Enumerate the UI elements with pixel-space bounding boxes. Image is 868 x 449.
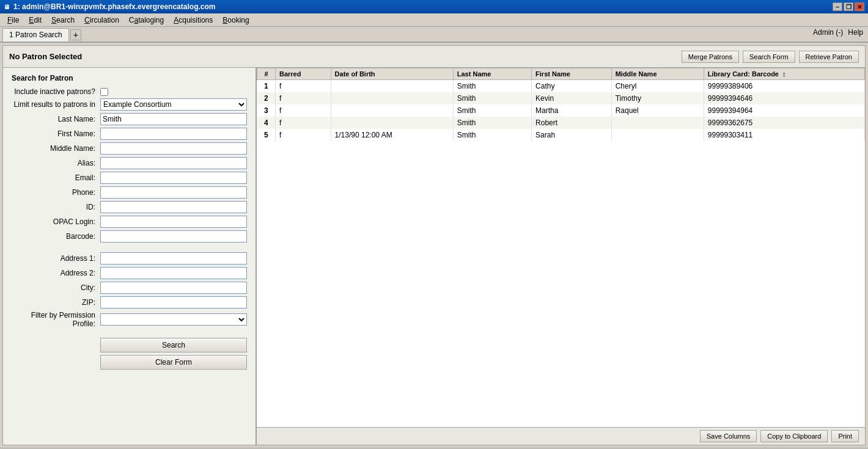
search-form-button[interactable]: Search Form	[743, 51, 795, 63]
form-buttons: Search Clear Form	[12, 338, 247, 370]
app-icon: 🖥	[4, 4, 10, 10]
last-name-input[interactable]	[100, 113, 247, 125]
city-label: City:	[12, 283, 100, 292]
opac-login-row: OPAC Login:	[12, 216, 247, 228]
results-footer: Save Columns Copy to Clipboard Print	[257, 427, 865, 445]
address2-input[interactable]	[100, 267, 247, 279]
city-input[interactable]	[100, 282, 247, 294]
retrieve-patron-button[interactable]: Retrieve Patron	[799, 51, 859, 63]
title-bar: 🖥 1: admin@BR1-winxpvmfx.phasefx.evergre…	[0, 0, 868, 13]
table-row[interactable]: 2fSmithKevinTimothy99999394646	[257, 92, 865, 104]
content-area: Search for Patron Include inactive patro…	[3, 68, 865, 445]
table-row[interactable]: 3fSmithMarthaRaquel99999394964	[257, 104, 865, 117]
col-barcode: Library Card: Barcode ↕	[704, 68, 864, 80]
restore-button[interactable]: ❐	[844, 2, 853, 11]
print-button[interactable]: Print	[831, 430, 859, 442]
include-inactive-row: Include inactive patrons?	[12, 87, 247, 96]
col-middle-name: Middle Name	[611, 68, 704, 80]
limit-results-row: Limit results to patrons in Example Cons…	[12, 98, 247, 111]
barcode-label: Barcode:	[12, 232, 100, 241]
tab-left: 1 Patron Search +	[2, 28, 81, 42]
col-dob: Date of Birth	[331, 68, 453, 80]
title-bar-controls: – ❐ ✕	[833, 2, 864, 11]
col-last-name: Last Name	[453, 68, 531, 80]
address2-label: Address 2:	[12, 269, 100, 277]
address1-input[interactable]	[100, 252, 247, 265]
clear-form-button[interactable]: Clear Form	[100, 355, 247, 370]
title-bar-left: 🖥 1: admin@BR1-winxpvmfx.phasefx.evergre…	[4, 2, 215, 11]
merge-patrons-button[interactable]: Merge Patrons	[682, 51, 739, 63]
admin-bar: Admin (-) Help	[808, 27, 868, 38]
search-panel: Search for Patron Include inactive patro…	[3, 68, 257, 445]
tab-patron-search[interactable]: 1 Patron Search	[2, 28, 69, 42]
opac-login-label: OPAC Login:	[12, 217, 100, 226]
menu-search[interactable]: Search	[46, 15, 79, 26]
address2-row: Address 2:	[12, 267, 247, 279]
results-panel: # Barred Date of Birth Last Name First N…	[257, 68, 865, 445]
zip-label: ZIP:	[12, 298, 100, 307]
first-name-label: First Name:	[12, 130, 100, 138]
menu-bar: File Edit Search Circulation Cataloging …	[0, 13, 868, 27]
phone-label: Phone:	[12, 188, 100, 197]
zip-input[interactable]	[100, 296, 247, 308]
email-row: Email:	[12, 172, 247, 184]
opac-login-input[interactable]	[100, 216, 247, 228]
close-button[interactable]: ✕	[855, 2, 864, 11]
menu-acquisitions[interactable]: Acquisitions	[169, 15, 218, 26]
menu-file[interactable]: File	[2, 15, 24, 26]
barcode-row: Barcode:	[12, 230, 247, 243]
address1-row: Address 1:	[12, 252, 247, 265]
id-input[interactable]	[100, 201, 247, 213]
copy-clipboard-button[interactable]: Copy to Clipboard	[760, 430, 828, 442]
consortium-select[interactable]: Example Consortium	[100, 98, 247, 111]
zip-row: ZIP:	[12, 296, 247, 308]
filter-profile-select[interactable]	[100, 313, 247, 326]
middle-name-label: Middle Name:	[12, 144, 100, 153]
id-label: ID:	[12, 203, 100, 211]
admin-link[interactable]: Admin (-)	[813, 28, 843, 37]
middle-name-row: Middle Name:	[12, 142, 247, 155]
search-panel-title: Search for Patron	[12, 74, 247, 82]
phone-row: Phone:	[12, 186, 247, 199]
menu-cataloging[interactable]: Cataloging	[124, 15, 169, 26]
phone-input[interactable]	[100, 186, 247, 199]
search-button[interactable]: Search	[100, 338, 247, 352]
main-content: No Patron Selected Merge Patrons Search …	[2, 45, 866, 445]
table-row[interactable]: 4fSmithRobert99999362675	[257, 117, 865, 129]
alias-input[interactable]	[100, 157, 247, 169]
id-row: ID:	[12, 201, 247, 213]
email-input[interactable]	[100, 172, 247, 184]
menu-booking[interactable]: Booking	[218, 15, 254, 26]
save-columns-button[interactable]: Save Columns	[700, 430, 757, 442]
header-bar: No Patron Selected Merge Patrons Search …	[3, 46, 865, 68]
header-buttons: Merge Patrons Search Form Retrieve Patro…	[682, 51, 859, 63]
table-row[interactable]: 5f1/13/90 12:00 AMSmithSarah99999303411	[257, 129, 865, 141]
table-row[interactable]: 1fSmithCathyCheryl99999389406	[257, 80, 865, 93]
minimize-button[interactable]: –	[833, 2, 842, 11]
last-name-row: Last Name:	[12, 113, 247, 125]
middle-name-input[interactable]	[100, 142, 247, 155]
help-link[interactable]: Help	[848, 28, 863, 37]
patron-status: No Patron Selected	[9, 52, 82, 61]
include-inactive-checkbox[interactable]	[100, 88, 108, 96]
tab-add-button[interactable]: +	[70, 29, 81, 40]
limit-results-label: Limit results to patrons in	[12, 100, 100, 109]
address1-label: Address 1:	[12, 254, 100, 263]
col-first-name: First Name	[532, 68, 612, 80]
col-num: #	[257, 68, 276, 80]
include-inactive-label: Include inactive patrons?	[12, 87, 100, 96]
col-barred: Barred	[276, 68, 331, 80]
table-header-row: # Barred Date of Birth Last Name First N…	[257, 68, 865, 80]
tab-bar: 1 Patron Search + ✕	[0, 27, 868, 43]
menu-circulation[interactable]: Circulation	[79, 15, 124, 26]
alias-row: Alias:	[12, 157, 247, 169]
results-tbody: 1fSmithCathyCheryl999993894062fSmithKevi…	[257, 80, 865, 142]
menu-edit[interactable]: Edit	[24, 15, 46, 26]
results-table: # Barred Date of Birth Last Name First N…	[257, 68, 865, 141]
email-label: Email:	[12, 173, 100, 182]
filter-profile-row: Filter by Permission Profile:	[12, 311, 247, 328]
first-name-input[interactable]	[100, 128, 247, 140]
barcode-input[interactable]	[100, 230, 247, 243]
alias-label: Alias:	[12, 159, 100, 167]
last-name-label: Last Name:	[12, 115, 100, 123]
